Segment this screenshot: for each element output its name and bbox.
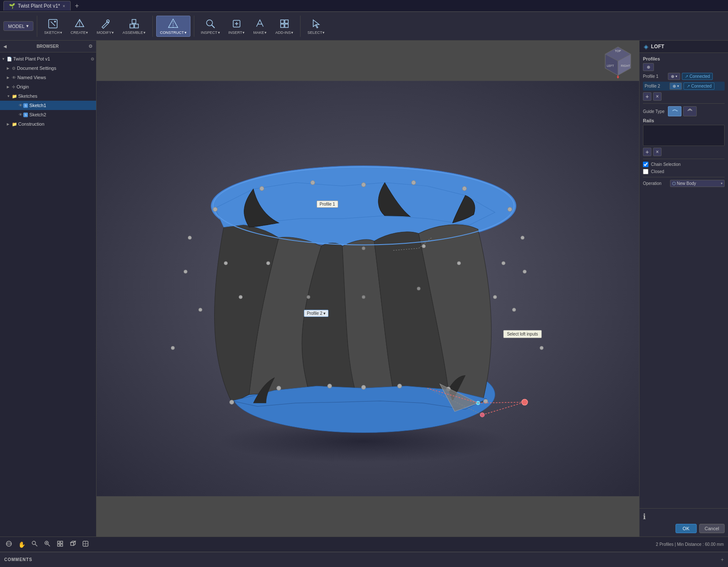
render-mode-button[interactable] [81, 539, 90, 550]
profile2-label[interactable]: Profile 2 ▾ [304, 310, 328, 317]
tree-item-sketch1[interactable]: 👁 S Sketch1 [0, 101, 96, 110]
svg-point-43 [277, 386, 281, 390]
zoom-fit-button[interactable] [30, 539, 39, 550]
menu-divider-3 [194, 16, 194, 37]
loft-divider-3 [643, 177, 725, 177]
select-label: SELECT▾ [307, 30, 325, 35]
new-tab-button[interactable]: + [72, 2, 81, 10]
inspect-label: INSPECT▾ [201, 30, 220, 35]
loft-info-icon[interactable]: ℹ [643, 512, 646, 521]
rails-add-button[interactable]: + [643, 148, 651, 156]
make-label: MAKE▾ [254, 30, 267, 35]
profiles-remove-button[interactable]: × [653, 92, 662, 101]
loft-divider-1 [643, 103, 725, 104]
menu-assemble[interactable]: ASSEMBLE▾ [119, 16, 149, 36]
sketch-icon [47, 18, 59, 30]
comments-label: COMMENTS [4, 557, 32, 562]
operation-value: New Body [677, 181, 720, 186]
svg-marker-80 [617, 77, 619, 79]
tree-label-namedviews: Named Views [17, 75, 46, 80]
menu-divider-4 [300, 16, 301, 37]
nav-cube[interactable]: TOP LEFT RIGHT [601, 45, 635, 79]
menu-inspect[interactable]: INSPECT▾ [198, 16, 223, 36]
loft-action-buttons: OK Cancel [643, 524, 725, 533]
pan-tool-button[interactable]: ✋ [17, 540, 27, 549]
menu-make[interactable]: MAKE▾ [250, 16, 270, 36]
svg-point-84 [32, 541, 36, 545]
svg-rect-18 [285, 20, 288, 23]
profiles-select-button[interactable]: ⊕ [643, 63, 654, 71]
browser-settings-icon[interactable]: ⚙ [88, 44, 93, 49]
zoom-button[interactable] [43, 539, 52, 550]
svg-point-30 [260, 187, 264, 191]
tree-item-origin[interactable]: ▶ ✛ Origin [0, 82, 96, 91]
tree-label-sketch1: Sketch1 [29, 103, 46, 108]
tree-label-sketches: Sketches [18, 94, 37, 99]
svg-point-46 [397, 384, 402, 388]
loft-body: Profiles ⊕ Profile 1 ⊕ ▾ ↗ Connected [640, 53, 728, 508]
menu-divider-1 [37, 16, 37, 37]
view-cube-button[interactable] [68, 539, 77, 550]
loft-panel: ◈ LOFT Profiles ⊕ Profile 1 ⊕ ▾ ↗ [639, 41, 728, 537]
operation-select-button[interactable]: ⬡ New Body ▾ [670, 180, 725, 187]
menu-sketch[interactable]: SKETCH▾ [41, 16, 66, 36]
guide-type-btn-2[interactable] [683, 106, 697, 116]
profile1-connected-badge: ↗ Connected [682, 73, 713, 80]
tree-item-docsettings[interactable]: ▶ ⚙ Document Settings [0, 63, 96, 73]
tab-close-button[interactable]: × [63, 4, 65, 8]
browser-collapse-icon[interactable]: ◀ [3, 44, 7, 49]
profile1-select-button[interactable]: ⊕ ▾ [668, 73, 680, 80]
svg-text:TOP: TOP [615, 50, 621, 52]
chain-selection-checkbox[interactable] [643, 162, 648, 167]
profile1-label[interactable]: Profile 1 [317, 201, 338, 208]
tree-settings-root[interactable]: ⚙ [91, 57, 94, 61]
model-button[interactable]: MODEL ▾ [3, 21, 33, 31]
insert-icon [231, 18, 243, 30]
closed-checkbox[interactable] [643, 169, 648, 174]
title-bar: 🌱 Twist Plant Pot v1* × + [0, 0, 728, 12]
tree-item-sketch2[interactable]: 👁 S Sketch2 [0, 110, 96, 119]
menu-insert[interactable]: INSERT▾ [225, 16, 248, 36]
profile2-connected-icon: ↗ [687, 84, 690, 88]
app-tab[interactable]: 🌱 Twist Plant Pot v1* × [3, 1, 71, 11]
menu-bar: MODEL ▾ SKETCH▾ CREATE▾ MODIFY▾ ASSEMBLE… [0, 12, 728, 41]
tree-item-root[interactable]: ▼ 📄 Twist Plant Pot v1 ⚙ [0, 54, 96, 63]
viewport[interactable]: Profile 1 Profile 2 ▾ TOP LEFT RIGHT [97, 41, 639, 537]
inspect-icon [204, 18, 216, 30]
model-3d-view [97, 41, 639, 537]
grid-display-button[interactable] [55, 539, 65, 550]
create-label: CREATE▾ [71, 30, 88, 35]
rails-section-label: Rails [643, 118, 725, 123]
menu-select[interactable]: SELECT▾ [304, 16, 328, 36]
loft-ok-button[interactable]: OK [676, 524, 697, 533]
guide-type-btn-1[interactable] [668, 106, 681, 116]
orbit-tool-button[interactable] [4, 539, 14, 550]
operation-arrow-icon: ▾ [721, 182, 722, 185]
select-loft-hint: Select loft inputs [503, 330, 542, 338]
menu-modify[interactable]: MODIFY▾ [93, 16, 117, 36]
status-bar: 2 Profiles | Min Distance : 60.00 mm [656, 542, 724, 547]
comments-expand-button[interactable]: + [721, 557, 724, 563]
addins-icon [279, 18, 290, 30]
guide-type-row: Guide Type [643, 106, 725, 116]
tree-item-construction[interactable]: ▶ 📁 Construction [0, 119, 96, 129]
profiles-add-button[interactable]: + [643, 92, 651, 101]
menu-addins[interactable]: ADD-INS▾ [272, 16, 297, 36]
rails-remove-button[interactable]: × [653, 148, 662, 156]
profile2-select-button[interactable]: ⊕ ▾ [670, 83, 682, 90]
tree-arrow-origin: ▶ [7, 85, 11, 89]
tree-item-sketches[interactable]: ▼ 📁 Sketches [0, 91, 96, 101]
menu-construct[interactable]: CONSTRUCT▾ [156, 16, 190, 37]
tree-label-docsettings: Document Settings [17, 66, 56, 71]
tree-arrow-namedviews: ▶ [7, 76, 11, 80]
svg-point-32 [361, 183, 366, 187]
loft-cancel-button[interactable]: Cancel [699, 524, 725, 533]
chain-selection-label: Chain Selection [651, 162, 681, 167]
svg-text:RIGHT: RIGHT [621, 64, 631, 67]
tree-item-namedviews[interactable]: ▶ 👁 Named Views [0, 73, 96, 82]
svg-rect-17 [281, 20, 284, 23]
tree-icon-sketches: 📁 [12, 94, 17, 99]
menu-create[interactable]: CREATE▾ [67, 16, 92, 36]
tree-icon-namedviews: 👁 [12, 75, 16, 80]
loft-icon: ◈ [644, 43, 648, 50]
